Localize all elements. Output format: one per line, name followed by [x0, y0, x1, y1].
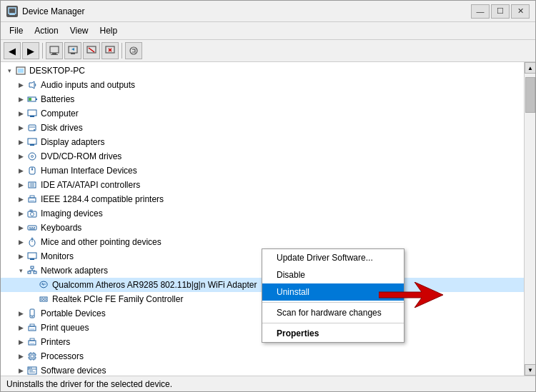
- status-bar: Uninstalls the driver for the selected d…: [1, 376, 535, 391]
- monitors-expander[interactable]: ▶: [15, 251, 26, 262]
- batteries-label: Batteries: [41, 94, 74, 104]
- tree-item-processors[interactable]: ▶ Processors: [1, 349, 524, 363]
- portable-icon: [26, 308, 38, 319]
- svg-point-24: [34, 129, 35, 131]
- audio-label: Audio inputs and outputs: [41, 80, 135, 90]
- scroll-track[interactable]: [525, 74, 535, 364]
- update-driver-button[interactable]: [64, 42, 81, 59]
- mice-icon: [26, 236, 38, 248]
- ctx-separator-2: [262, 323, 404, 323]
- portable-expander[interactable]: ▶: [15, 308, 26, 319]
- display-expander[interactable]: ▶: [15, 136, 26, 148]
- batteries-expander[interactable]: ▶: [15, 94, 26, 105]
- mice-label: Mice and other pointing devices: [41, 237, 162, 247]
- printers-icon: [26, 336, 38, 348]
- ctx-update-driver[interactable]: Update Driver Software...: [262, 249, 404, 266]
- printers-expander[interactable]: ▶: [15, 336, 26, 348]
- vertical-scrollbar[interactable]: ▲ ▼: [524, 62, 535, 376]
- scroll-down-button[interactable]: ▼: [525, 364, 535, 376]
- computer-expander[interactable]: ▶: [15, 108, 26, 119]
- software-icon: [26, 365, 38, 376]
- tree-item-keyboards[interactable]: ▶ Keyboards: [1, 221, 524, 235]
- scroll-thumb[interactable]: [525, 77, 535, 113]
- printers-label: Printers: [41, 337, 70, 347]
- menu-bar: File Action View Help: [1, 22, 535, 40]
- printq-expander[interactable]: ▶: [15, 322, 26, 333]
- maximize-button[interactable]: ☐: [491, 4, 510, 19]
- tree-item-dvd[interactable]: ▶ DVD/CD-ROM drives: [1, 149, 524, 164]
- ctx-disable[interactable]: Disable: [262, 266, 404, 283]
- svg-rect-19: [36, 99, 37, 100]
- svg-rect-22: [30, 116, 34, 117]
- dvd-label: DVD/CD-ROM drives: [41, 151, 121, 161]
- menu-help[interactable]: Help: [94, 24, 124, 38]
- ieee-label: IEEE 1284.4 compatible printers: [41, 194, 164, 204]
- toolbar-separator-1: [42, 43, 43, 59]
- ide-expander[interactable]: ▶: [15, 179, 26, 191]
- ide-icon: [26, 179, 38, 191]
- diskdrives-expander[interactable]: ▶: [15, 122, 26, 134]
- diskdrives-label: Disk drives: [41, 123, 83, 133]
- svg-marker-17: [29, 81, 34, 89]
- batteries-icon: [26, 94, 38, 105]
- mice-expander[interactable]: ▶: [15, 236, 26, 248]
- diskdrives-icon: [26, 122, 38, 134]
- svg-line-9: [89, 48, 94, 52]
- svg-point-41: [31, 213, 34, 216]
- root-expander[interactable]: ▾: [4, 65, 15, 76]
- ieee-expander[interactable]: ▶: [15, 194, 26, 205]
- software-expander[interactable]: ▶: [15, 365, 26, 376]
- disable-button[interactable]: [83, 42, 100, 59]
- svg-rect-73: [30, 343, 34, 344]
- imaging-expander[interactable]: ▶: [15, 208, 26, 219]
- network-expander[interactable]: ▾: [15, 265, 26, 276]
- computer-icon: [26, 108, 38, 119]
- svg-rect-5: [51, 54, 58, 55]
- processors-expander[interactable]: ▶: [15, 351, 26, 362]
- scroll-up-button[interactable]: ▲: [525, 62, 535, 74]
- tree-item-mice[interactable]: ▶ Mice and other pointing devices: [1, 235, 524, 249]
- svg-rect-74: [29, 353, 35, 359]
- svg-rect-4: [52, 53, 56, 54]
- scan-hardware-button[interactable]: [125, 42, 142, 59]
- tree-item-batteries[interactable]: ▶ Batteries: [1, 92, 524, 106]
- tree-item-hid[interactable]: ▶ Human Interface Devices: [1, 164, 524, 178]
- menu-action[interactable]: Action: [29, 24, 64, 38]
- minimize-button[interactable]: —: [471, 4, 490, 19]
- tree-item-computer[interactable]: ▶ Computer: [1, 106, 524, 121]
- uninstall-button[interactable]: [101, 42, 119, 59]
- svg-point-32: [31, 169, 33, 170]
- computer-label: Computer: [41, 109, 79, 119]
- svg-rect-27: [30, 144, 34, 146]
- svg-point-63: [41, 298, 44, 301]
- tree-root[interactable]: ▾ DESKTOP-PC: [1, 64, 524, 78]
- tree-item-imaging[interactable]: ▶ Imaging devices: [1, 206, 524, 221]
- menu-file[interactable]: File: [4, 24, 29, 38]
- tree-item-diskdrives[interactable]: ▶ Disk drives: [1, 121, 524, 135]
- close-button[interactable]: ✕: [511, 4, 530, 19]
- properties-button[interactable]: [46, 42, 63, 59]
- back-button[interactable]: ◀: [4, 42, 21, 59]
- svg-rect-46: [34, 227, 35, 228]
- tree-item-software[interactable]: ▶ Software devices: [1, 363, 524, 376]
- network-icon: [26, 265, 38, 276]
- svg-point-29: [31, 156, 34, 158]
- hid-expander[interactable]: ▶: [15, 165, 26, 176]
- svg-rect-75: [31, 355, 34, 358]
- printq-icon: [26, 322, 38, 333]
- keyboards-expander[interactable]: ▶: [15, 222, 26, 233]
- svg-point-64: [44, 298, 46, 301]
- dvd-expander[interactable]: ▶: [15, 151, 26, 162]
- forward-button[interactable]: ▶: [22, 42, 39, 59]
- menu-view[interactable]: View: [64, 24, 94, 38]
- tree-item-ieee[interactable]: ▶ IEEE 1284.4 compatible printers: [1, 192, 524, 206]
- status-text: Uninstalls the driver for the selected d…: [6, 379, 172, 389]
- realtek-icon: [38, 293, 49, 305]
- tree-item-ide[interactable]: ▶ IDE ATA/ATAPI controllers: [1, 178, 524, 192]
- svg-rect-54: [28, 271, 31, 273]
- svg-rect-44: [29, 227, 31, 228]
- tree-item-display[interactable]: ▶ Display adapters: [1, 135, 524, 149]
- ctx-properties[interactable]: Properties: [262, 325, 404, 342]
- audio-expander[interactable]: ▶: [15, 79, 26, 91]
- tree-item-audio[interactable]: ▶ Audio inputs and outputs: [1, 78, 524, 92]
